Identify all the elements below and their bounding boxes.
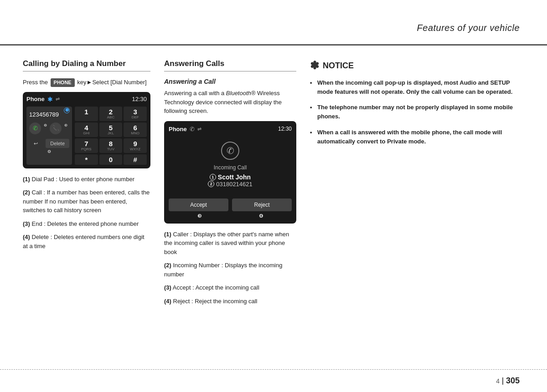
- notice-title: NOTICE: [323, 61, 354, 71]
- numpad-key[interactable]: 8TUV: [99, 138, 123, 153]
- ann-caller-1: 1: [210, 174, 216, 180]
- numpad-key[interactable]: *: [75, 154, 98, 165]
- numpad-key[interactable]: 4GHI: [75, 122, 98, 137]
- notice-star: ✽: [310, 59, 319, 72]
- caller-name: 1 Scott John: [169, 173, 292, 181]
- phone-key-badge: PHONE: [51, 78, 75, 87]
- answering-intro: Answering a call with a Bluetooth® Wirel…: [164, 89, 296, 116]
- phone-bottom-row: ↩ Delete: [29, 136, 69, 148]
- list-item: (2) Call : If a number has been entered,…: [23, 188, 150, 215]
- incoming-label: Incoming Call: [169, 164, 292, 171]
- notice-item: When the incoming call pop-up is display…: [310, 78, 524, 97]
- numpad-key[interactable]: 1: [75, 107, 98, 121]
- incoming-top-bar: Phone ✆ ⇌ 12:30: [169, 126, 292, 132]
- answering-subtitle: Answering a Call: [164, 78, 296, 85]
- phone-icon-circle: ✆: [221, 142, 239, 160]
- page-total: 305: [506, 376, 520, 386]
- list-item: (1) Dial Pad : Used to enter phone numbe…: [23, 175, 150, 184]
- button-annotations: ❸ ❹: [169, 213, 292, 219]
- list-item: (4) Reject : Reject the incoming call: [164, 297, 296, 306]
- numpad-key[interactable]: 7PQRS: [75, 138, 98, 153]
- incoming-body: ✆ Incoming Call 1 Scott John 2 031802146…: [169, 137, 292, 192]
- dial-phone-screen: Phone ✱ ⇌ 12:30 ❶ 123456789 ✆: [23, 92, 150, 168]
- ann-caller-2: 2: [208, 181, 214, 187]
- caller-number: 2 03180214621: [169, 181, 292, 188]
- dial-desc-list: (1) Dial Pad : Used to enter phone numbe…: [23, 175, 150, 251]
- bluetooth-text: Bluetooth®: [226, 90, 256, 97]
- notice-item: The telephone number may not be properly…: [310, 103, 524, 121]
- ann-reject: ❹: [259, 213, 263, 219]
- list-item: (4) Delete : Deletes entered numbers one…: [23, 233, 150, 250]
- main-content: Calling by Dialing a Number Press the PH…: [0, 46, 547, 369]
- list-item: (3) Accept : Accept the incoming call: [164, 283, 296, 292]
- incoming-phone-title: Phone: [169, 126, 187, 132]
- page-title: Features of your vehicle: [417, 23, 520, 33]
- page-footer: 4 305: [0, 369, 547, 392]
- phone-time-left: 12:30: [132, 96, 147, 102]
- section-title-mid: Answering Calls: [164, 59, 296, 71]
- right-column: ✽ NOTICE When the incoming call pop-up i…: [310, 59, 524, 360]
- incoming-call-screen: Phone ✆ ⇌ 12:30 ✆ Incoming Call 1 Scott …: [164, 121, 296, 224]
- notice-list: When the incoming call pop-up is display…: [310, 78, 524, 146]
- answer-desc-list: (1) Caller : Displays the other part's n…: [164, 230, 296, 306]
- notice-header: ✽ NOTICE: [310, 59, 524, 72]
- accept-btn[interactable]: Accept: [169, 199, 228, 211]
- delete-btn[interactable]: Delete: [46, 139, 69, 148]
- page-numbers: 4 305: [496, 376, 520, 386]
- section-title-left: Calling by Dialing a Number: [23, 59, 150, 71]
- incoming-time: 12:30: [278, 126, 292, 132]
- number-display-area: ❶ 123456789 ✆ ❷ 📞 ❸: [26, 107, 72, 165]
- number-display-text: 123456789: [29, 111, 69, 118]
- numpad-grid: 12ABC3DEF4GHI5JKL6MNO7PQRS8TUV9WXYZ*0#: [75, 107, 147, 165]
- page-header: Features of your vehicle: [0, 0, 547, 46]
- call-btn: ✆: [29, 122, 41, 134]
- list-item: (1) Caller : Displays the other part's n…: [164, 230, 296, 257]
- back-btn[interactable]: ↩: [29, 139, 42, 148]
- ann-1: ❶: [64, 107, 70, 113]
- notice-item: When a call is answered with the mobile …: [310, 128, 524, 146]
- numpad-key[interactable]: #: [124, 154, 147, 165]
- action-row: ✆ ❷ 📞 ❸: [29, 122, 69, 134]
- press-instruction: Press the PHONE key►Select [Dial Number]: [23, 78, 150, 87]
- ann-accept: ❸: [197, 213, 202, 219]
- list-item: (2) Incoming Number : Displays the incom…: [164, 261, 296, 279]
- numpad-key[interactable]: 5JKL: [99, 122, 123, 137]
- phone-top-bar: Phone ✱ ⇌ 12:30: [26, 96, 147, 103]
- list-item: (3) End : Deletes the entered phone numb…: [23, 219, 150, 229]
- numpad-key[interactable]: 3DEF: [124, 107, 147, 121]
- phone-title: Phone: [26, 96, 45, 102]
- numpad-key[interactable]: 0: [99, 154, 123, 165]
- incoming-buttons: Accept Reject: [169, 199, 292, 211]
- reject-btn[interactable]: Reject: [232, 199, 292, 211]
- end-btn: 📞: [50, 122, 62, 134]
- numpad-key[interactable]: 6MNO: [124, 122, 147, 137]
- numpad-key[interactable]: 2ABC: [99, 107, 123, 121]
- numpad-key[interactable]: 9WXYZ: [124, 138, 147, 153]
- page-section: 4: [496, 377, 503, 385]
- phone-numpad-area: ❶ 123456789 ✆ ❷ 📞 ❸: [26, 107, 147, 165]
- left-column: Calling by Dialing a Number Press the PH…: [23, 59, 155, 360]
- mid-column: Answering Calls Answering a Call Answeri…: [164, 59, 301, 360]
